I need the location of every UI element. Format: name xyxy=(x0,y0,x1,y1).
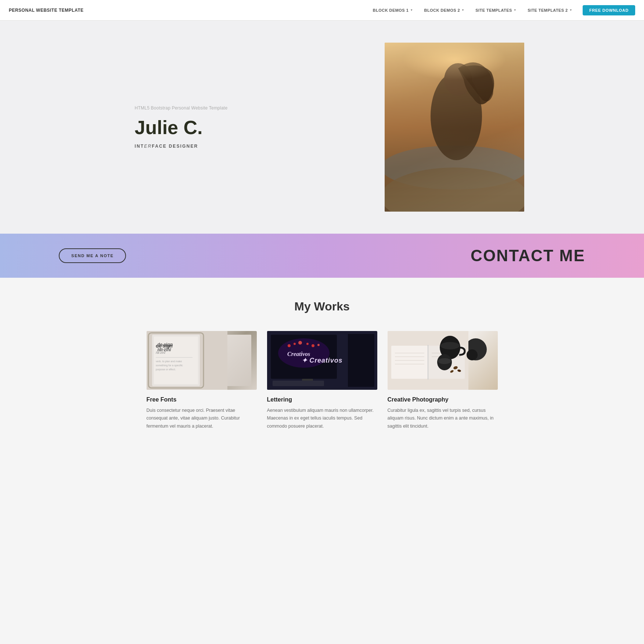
hero-section: HTML5 Bootstrap Personal Website Templat… xyxy=(0,21,644,234)
svg-text:/di·zīn/: /di·zīn/ xyxy=(156,351,166,355)
works-section-title: My Works xyxy=(15,300,629,313)
svg-point-22 xyxy=(294,343,296,345)
contact-band: SEND ME A NOTE CONTACT ME xyxy=(0,234,644,278)
free-download-button[interactable]: FREE DOWNLOAD xyxy=(583,5,635,15)
work-card-3: Creative Photography Curabitur ligula ex… xyxy=(388,331,498,430)
svg-text:purpose or effect.: purpose or effect. xyxy=(156,368,176,371)
svg-text:Creativos: Creativos xyxy=(287,351,310,357)
photography-svg xyxy=(388,331,468,390)
nav-block-demos-1[interactable]: BLOCK DEMOS 1 ▼ xyxy=(368,6,418,15)
chevron-down-icon: ▼ xyxy=(514,8,517,12)
work-image-1: de·sign /di·zīn/ verb. to plan and make … xyxy=(147,331,257,390)
hero-role: INTERFACE DESIGNER xyxy=(135,144,363,149)
svg-rect-29 xyxy=(391,346,428,379)
work-image-2: Creativos xyxy=(267,331,377,390)
nav-site-templates-2[interactable]: SITE TEMPLATES 2 ▼ xyxy=(523,6,577,15)
work-img-fonts: de·sign /di·zīn/ verb. to plan and make … xyxy=(147,331,257,390)
lettering-svg: Creativos xyxy=(267,331,348,390)
hero-name: Julie C. xyxy=(135,117,363,138)
portrait-svg xyxy=(385,43,524,212)
svg-point-26 xyxy=(317,344,320,346)
fonts-svg: de·sign /di·zīn/ verb. to plan and make … xyxy=(147,331,227,390)
hero-subtitle: HTML5 Bootstrap Personal Website Templat… xyxy=(135,105,363,111)
brand-logo: PERSONAL WEBSITE TEMPLATE xyxy=(9,8,368,13)
chevron-down-icon: ▼ xyxy=(569,8,572,12)
work-card-desc-2: Aenean vestibulum aliquam mauris non ull… xyxy=(267,407,377,430)
nav-block-demos-2[interactable]: BLOCK DEMOS 2 ▼ xyxy=(420,6,469,15)
svg-text:something for a specific: something for a specific xyxy=(156,364,183,367)
hero-portrait xyxy=(385,43,524,212)
svg-text:verb. to plan and make: verb. to plan and make xyxy=(156,360,182,363)
svg-point-25 xyxy=(312,344,314,347)
svg-point-41 xyxy=(438,358,451,364)
svg-rect-27 xyxy=(273,381,324,386)
works-grid: de·sign /di·zīn/ verb. to plan and make … xyxy=(138,331,506,430)
svg-point-23 xyxy=(298,341,302,345)
work-card-title-1: Free Fonts xyxy=(147,396,257,403)
work-card-desc-3: Curabitur ligula ex, sagittis vel turpis… xyxy=(388,407,498,430)
work-card-1: de·sign /di·zīn/ verb. to plan and make … xyxy=(147,331,257,430)
contact-title: CONTACT ME xyxy=(471,247,585,265)
chevron-down-icon: ▼ xyxy=(461,8,464,12)
hero-image xyxy=(385,43,524,212)
svg-point-39 xyxy=(440,342,460,349)
work-img-lettering: Creativos xyxy=(267,331,377,390)
svg-text:de·sign: de·sign xyxy=(156,343,173,349)
work-card-desc-1: Duis consectetur neque orci. Praesent vi… xyxy=(147,407,257,430)
hero-text: HTML5 Bootstrap Personal Website Templat… xyxy=(120,105,363,148)
nav-links: BLOCK DEMOS 1 ▼ BLOCK DEMOS 2 ▼ SITE TEM… xyxy=(368,5,635,15)
works-section: My Works de·sign /di·zīn/ verb. xyxy=(0,278,644,460)
svg-point-21 xyxy=(288,344,291,347)
chevron-down-icon: ▼ xyxy=(410,8,413,12)
work-img-photo xyxy=(388,331,498,390)
hero-inner: HTML5 Bootstrap Personal Website Templat… xyxy=(120,43,524,212)
work-image-3 xyxy=(388,331,498,390)
svg-point-24 xyxy=(306,343,309,345)
nav-site-templates[interactable]: SITE TEMPLATES ▼ xyxy=(471,6,521,15)
work-card-title-2: Lettering xyxy=(267,396,377,403)
work-card-2: Creativos Lettering Aenean vestibulum al… xyxy=(267,331,377,430)
navbar: PERSONAL WEBSITE TEMPLATE BLOCK DEMOS 1 … xyxy=(0,0,644,21)
send-note-button[interactable]: SEND ME A NOTE xyxy=(59,248,126,263)
work-card-title-3: Creative Photography xyxy=(388,396,498,403)
